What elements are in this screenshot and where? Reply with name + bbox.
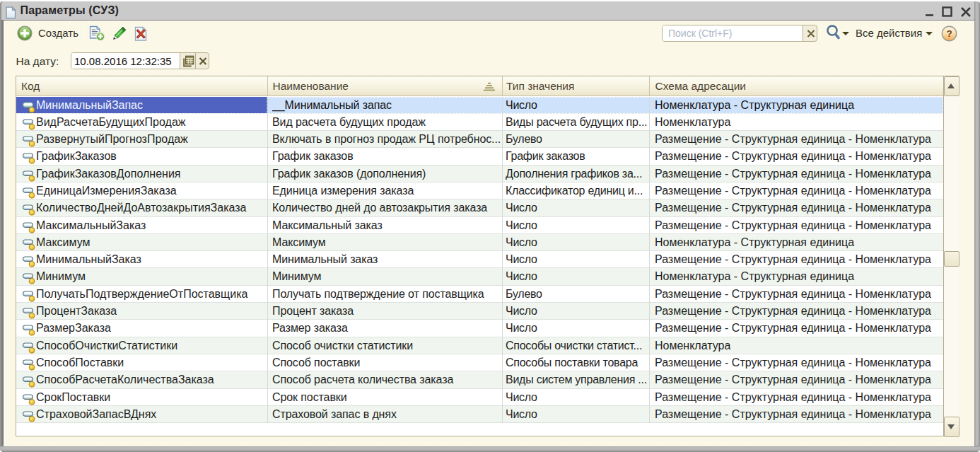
svg-text:?: ? <box>946 28 952 39</box>
